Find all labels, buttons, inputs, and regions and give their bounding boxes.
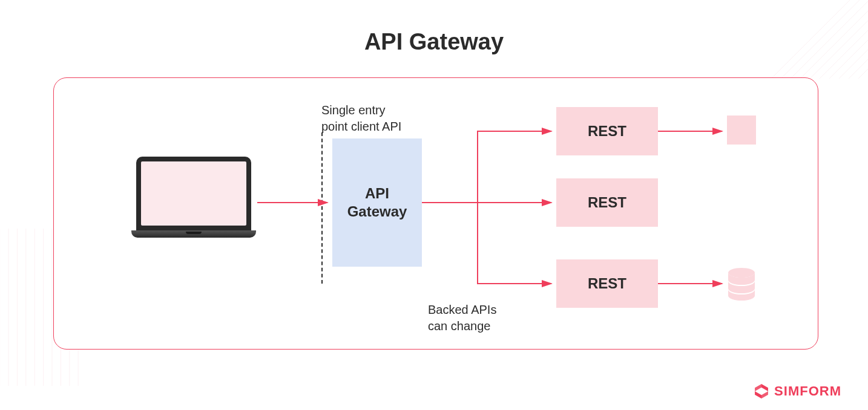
rest-node-2: REST [556,178,658,227]
svg-line-9 [858,69,868,79]
rest-node-3: REST [556,259,658,308]
brand-mark-icon [754,383,769,399]
brand-text: SIMFORM [774,383,841,399]
backed-apis-label: Backed APIs can change [428,302,496,334]
client-laptop-icon [131,157,256,247]
svg-point-22 [728,268,755,278]
entry-point-label: Single entry point client API [321,102,401,135]
svg-line-8 [849,59,868,79]
output-box-icon [727,116,756,145]
api-gateway-node: API Gateway [332,138,422,267]
brand-logo: SIMFORM [754,383,841,399]
rest-node-1: REST [556,107,658,155]
diagram-container: Single entry point client API Backed API… [53,77,818,350]
database-icon [727,268,756,301]
entry-boundary-line [321,132,323,284]
diagram-title: API Gateway [0,29,868,55]
